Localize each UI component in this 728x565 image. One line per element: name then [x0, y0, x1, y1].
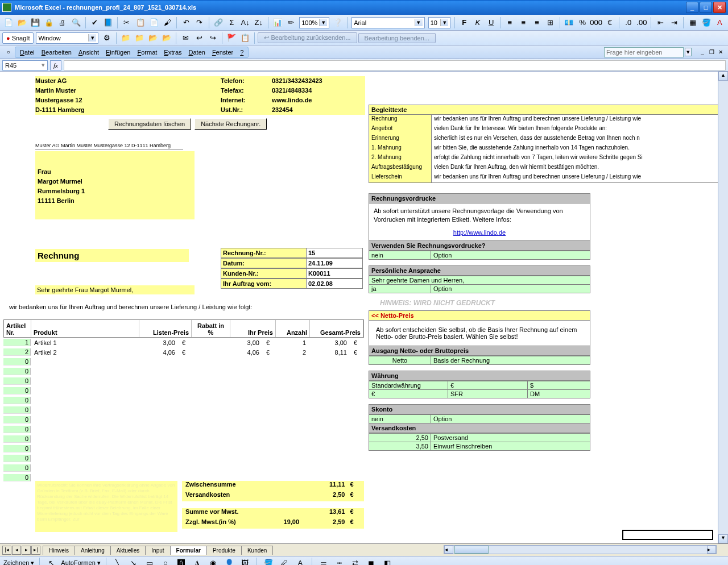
tab-kunden[interactable]: Kunden — [241, 546, 273, 555]
oval-icon[interactable]: ○ — [159, 557, 172, 566]
menu-einfügen[interactable]: Einfügen — [102, 48, 134, 57]
sort-asc-icon[interactable]: A↓ — [239, 16, 251, 29]
vertical-scrollbar[interactable]: ▲ ▼ — [718, 72, 728, 543]
select-icon[interactable]: ↖ — [45, 557, 57, 566]
borders-icon[interactable]: ▦ — [686, 16, 699, 29]
fx-button[interactable]: fx — [50, 60, 61, 70]
minimize-button[interactable]: _ — [686, 2, 698, 13]
name-box[interactable]: R45▾ — [2, 60, 48, 70]
sort-desc-icon[interactable]: Z↓ — [253, 16, 265, 29]
font-name-combo[interactable]: Arial▾ — [351, 17, 425, 28]
font-color-icon[interactable]: A — [713, 16, 726, 29]
menu-format[interactable]: Format — [134, 48, 160, 57]
tab-anleitung[interactable]: Anleitung — [75, 546, 111, 555]
close-button[interactable]: ✕ — [713, 2, 726, 13]
open-icon[interactable]: 📂 — [16, 16, 28, 29]
align-center-icon[interactable]: ≡ — [517, 16, 530, 29]
ask-dropdown[interactable]: ▾ — [685, 48, 692, 56]
menu-extras[interactable]: Extras — [160, 48, 185, 57]
skonto-answer[interactable]: nein — [369, 415, 431, 423]
snagit-settings-icon[interactable]: ⚙ — [101, 32, 113, 44]
new-icon[interactable]: 📄 — [2, 16, 15, 29]
tab-next[interactable]: ▸ — [22, 546, 31, 555]
vordruck-answer[interactable]: nein — [369, 251, 431, 260]
thousands-icon[interactable]: 000 — [590, 16, 602, 29]
folder2-icon[interactable]: 📁 — [133, 32, 146, 44]
align-left-icon[interactable]: ≡ — [504, 16, 516, 29]
maximize-button[interactable]: □ — [700, 2, 712, 13]
currency-icon[interactable]: 💶 — [563, 16, 576, 29]
menu-datei[interactable]: Datei — [16, 48, 38, 57]
snagit-button[interactable]: ●SnagIt — [2, 32, 34, 44]
copy-icon[interactable]: 📋 — [134, 16, 147, 29]
folder3-icon[interactable]: 📂 — [147, 32, 159, 44]
snagit-profile-combo[interactable]: Window▾ — [36, 32, 98, 44]
preview-icon[interactable]: 🔍 — [70, 16, 82, 29]
doc-close-icon[interactable]: ✕ — [717, 46, 725, 59]
dash-style-icon[interactable]: ┅ — [333, 557, 346, 566]
save-icon[interactable]: 💾 — [30, 16, 42, 29]
tab-produkte[interactable]: Produkte — [206, 546, 242, 555]
paste-icon[interactable]: 📄 — [148, 16, 160, 29]
shadow-icon[interactable]: ◼ — [365, 557, 378, 566]
wordart-icon[interactable]: 𝐀 — [191, 557, 204, 566]
drawing-icon[interactable]: ✏ — [284, 16, 297, 29]
percent-icon[interactable]: % — [576, 16, 589, 29]
excel-menu-icon[interactable]: ▫ — [3, 46, 14, 59]
print-icon[interactable]: 🖨 — [56, 16, 69, 29]
undo-icon[interactable]: ↶ — [180, 16, 192, 29]
align-right-icon[interactable]: ≡ — [531, 16, 543, 29]
autosum-icon[interactable]: Σ — [225, 16, 238, 29]
format-painter-icon[interactable]: 🖌 — [161, 16, 173, 29]
spell-icon[interactable]: ✔ — [89, 16, 101, 29]
clipart-icon[interactable]: 👤 — [223, 557, 235, 566]
reply-all-icon[interactable]: ↪ — [206, 32, 219, 44]
font-size-combo[interactable]: 10▾ — [428, 17, 451, 28]
active-cell[interactable] — [622, 530, 713, 540]
permission-icon[interactable]: 🔒 — [43, 16, 55, 29]
underline-icon[interactable]: U — [485, 16, 498, 29]
folder4-icon[interactable]: 📂 — [160, 32, 173, 44]
menu-daten[interactable]: Daten — [185, 48, 209, 57]
mail-icon[interactable]: ✉ — [179, 32, 192, 44]
draw-menu[interactable]: Zeichnen ▾ — [3, 559, 34, 565]
tab-prev[interactable]: ◂ — [12, 546, 21, 555]
arrow-style-icon[interactable]: ⇄ — [349, 557, 362, 566]
line-style-icon[interactable]: ═ — [317, 557, 330, 566]
tab-aktuelles[interactable]: Aktuelles — [110, 546, 146, 555]
bold-icon[interactable]: F — [458, 16, 470, 29]
cut-icon[interactable]: ✂ — [121, 16, 133, 29]
tab-formular[interactable]: Formular — [170, 546, 207, 555]
end-review-button[interactable]: Bearbeitung beenden... — [358, 33, 436, 43]
diagram-icon[interactable]: ◉ — [207, 557, 220, 566]
reply-icon[interactable]: ↩ — [193, 32, 205, 44]
fill-icon[interactable]: 🪣 — [262, 557, 275, 566]
doc-minimize-icon[interactable]: _ — [698, 46, 706, 59]
doc-restore-icon[interactable]: ❐ — [708, 46, 715, 59]
italic-icon[interactable]: K — [471, 16, 484, 29]
font-color2-icon[interactable]: A — [294, 557, 307, 566]
indent-dec-icon[interactable]: ⇤ — [654, 16, 667, 29]
research-icon[interactable]: 📘 — [102, 16, 114, 29]
indent-inc-icon[interactable]: ⇥ — [668, 16, 680, 29]
dec-dec-icon[interactable]: .00 — [636, 16, 648, 29]
line-icon[interactable]: ╲ — [111, 557, 124, 566]
zoom-combo[interactable]: 100%▾ — [299, 17, 329, 28]
vordruck-link[interactable]: http://www.lindo.de — [453, 229, 506, 236]
tab-hinweis[interactable]: Hinweis — [43, 546, 75, 555]
flag-icon[interactable]: 🚩 — [225, 32, 238, 44]
send-back-button[interactable]: ↩ Bearbeitung zurücksenden... — [258, 32, 357, 43]
3d-icon[interactable]: ◧ — [381, 557, 394, 566]
task-icon[interactable]: 📋 — [239, 32, 251, 44]
menu-?[interactable]: ? — [237, 48, 247, 57]
folder1-icon[interactable]: 📁 — [119, 32, 132, 44]
help-icon[interactable]: ❔ — [332, 16, 344, 29]
worksheet[interactable]: Muster AGTelefon:0321/3432432423 Martin … — [0, 72, 728, 543]
redo-icon[interactable]: ↷ — [193, 16, 206, 29]
arrow-icon[interactable]: ↘ — [127, 557, 140, 566]
fill-color-icon[interactable]: 🪣 — [700, 16, 713, 29]
merge-icon[interactable]: ⊞ — [544, 16, 557, 29]
menu-fenster[interactable]: Fenster — [209, 48, 237, 57]
menu-ansicht[interactable]: Ansicht — [75, 48, 102, 57]
netto-value[interactable]: Netto — [369, 356, 431, 365]
